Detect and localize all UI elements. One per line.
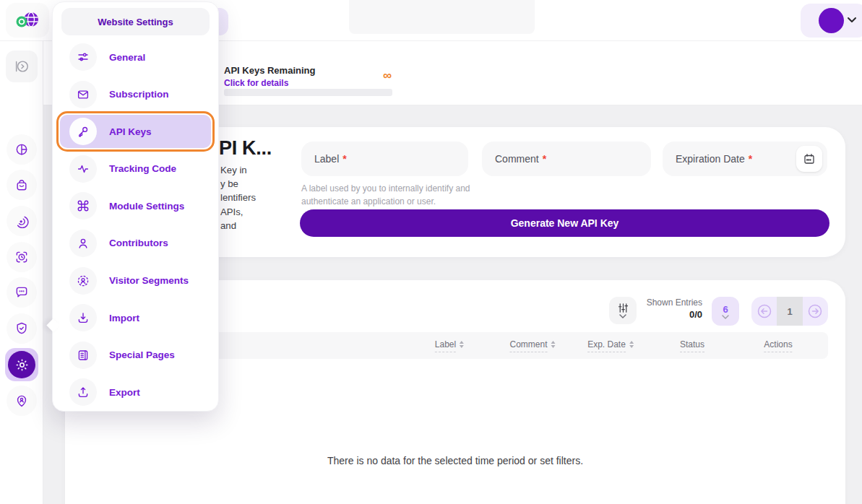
user-icon xyxy=(69,230,97,257)
activity-icon xyxy=(69,155,97,183)
card-description-partial: Key in y be lentifiers APIs, and xyxy=(220,163,256,233)
shown-entries: Shown Entries 0/0 xyxy=(640,297,702,320)
calendar-picker-button[interactable] xyxy=(796,146,822,172)
expiration-date-field[interactable]: Expiration Date * xyxy=(663,142,827,176)
calendar-icon xyxy=(803,152,816,165)
arrow-left-circle-icon xyxy=(757,303,772,319)
sidebar-item-visitors[interactable] xyxy=(7,386,37,416)
sidebar-item-privacy[interactable] xyxy=(7,313,37,344)
pagination: 1 xyxy=(751,297,828,326)
column-header-actions: Actions xyxy=(764,332,792,359)
menu-item-api-keys[interactable]: API Keys xyxy=(60,115,211,148)
gear-icon xyxy=(15,358,29,372)
upload-icon xyxy=(69,378,97,406)
sidebar-collapse-button[interactable] xyxy=(6,51,38,82)
twipla-logo-icon xyxy=(14,10,41,30)
app-window: API Keys Remaining Click for details ∞ P… xyxy=(0,0,862,504)
location-pin-person-icon xyxy=(14,394,29,408)
chevron-down-icon xyxy=(619,314,626,318)
empty-table-message: There is no data for the selected time p… xyxy=(65,455,845,466)
menu-item-subscription[interactable]: Subscription xyxy=(60,78,211,111)
column-header-exp-date[interactable]: Exp. Date xyxy=(587,332,634,359)
menu-list: General Subscription API Keys Tracking C… xyxy=(53,40,218,409)
column-header-comment[interactable]: Comment xyxy=(509,332,555,359)
column-header-label[interactable]: Label xyxy=(435,332,464,359)
sort-icon xyxy=(551,341,556,348)
shield-check-icon xyxy=(14,321,29,336)
sort-icon xyxy=(629,341,634,348)
page-size-select[interactable]: 6 xyxy=(712,297,739,326)
next-page-button[interactable] xyxy=(803,297,828,326)
download-icon xyxy=(69,304,97,331)
focus-clock-icon xyxy=(14,250,29,264)
website-settings-menu: Website Settings General Subscription AP… xyxy=(52,1,219,412)
previous-page-button[interactable] xyxy=(751,297,777,326)
quota-progress-bar xyxy=(224,89,392,96)
pie-chart-icon xyxy=(14,142,29,157)
sidebar-item-ecommerce[interactable] xyxy=(7,170,37,200)
infinity-value: ∞ xyxy=(383,69,392,83)
sort-icon xyxy=(460,341,464,348)
settings-active-circle xyxy=(8,351,35,378)
sliders-filter-icon xyxy=(617,303,629,313)
quota-title: API Keys Remaining xyxy=(224,65,315,76)
card-title-truncated: PI K... xyxy=(219,137,272,160)
column-header-status: Status xyxy=(680,332,704,359)
sidebar-item-sessions[interactable] xyxy=(7,242,37,272)
menu-item-special-pages[interactable]: Special Pages xyxy=(60,339,211,372)
menu-title: Website Settings xyxy=(61,8,210,35)
sidebar-item-feedback[interactable] xyxy=(7,277,37,308)
menu-item-module-settings[interactable]: Module Settings xyxy=(60,189,211,222)
table-filter-button[interactable] xyxy=(609,297,637,324)
chevron-down-icon xyxy=(722,315,729,319)
collapse-sidebar-icon xyxy=(14,58,30,74)
account-menu-button[interactable] xyxy=(801,4,862,38)
generate-api-key-button[interactable]: Generate New API Key xyxy=(300,209,829,237)
required-marker: * xyxy=(749,153,752,165)
radar-icon xyxy=(14,214,29,228)
logo-button[interactable] xyxy=(6,3,49,38)
chat-bubble-icon xyxy=(14,285,29,300)
current-page: 1 xyxy=(777,297,802,326)
quota-details-link[interactable]: Click for details xyxy=(224,78,288,88)
required-marker: * xyxy=(543,153,546,165)
menu-item-tracking-code[interactable]: Tracking Code xyxy=(60,152,211,186)
menu-item-contributors[interactable]: Contributors xyxy=(60,227,211,260)
command-icon xyxy=(69,192,97,220)
sidebar xyxy=(0,41,43,504)
sidebar-item-analytics[interactable] xyxy=(7,134,37,165)
label-helper-text: A label used by you to internally identi… xyxy=(301,182,485,208)
sidebar-item-settings[interactable] xyxy=(5,348,38,381)
user-segment-icon xyxy=(69,267,97,295)
shown-entries-value: 0/0 xyxy=(640,309,702,320)
user-avatar xyxy=(819,8,844,33)
key-icon xyxy=(69,118,97,145)
page-size-value: 6 xyxy=(723,304,728,315)
label-field[interactable]: Label * xyxy=(301,142,468,176)
menu-item-general[interactable]: General xyxy=(60,40,211,74)
menu-item-import[interactable]: Import xyxy=(60,301,211,334)
sliders-icon xyxy=(69,43,97,71)
arrow-right-circle-icon xyxy=(807,303,823,319)
comment-field[interactable]: Comment * xyxy=(482,142,651,176)
shopping-bag-icon xyxy=(14,178,29,192)
chevron-down-icon xyxy=(847,17,857,23)
shown-entries-label: Shown Entries xyxy=(640,297,702,308)
menu-item-export[interactable]: Export xyxy=(60,375,211,409)
required-marker: * xyxy=(342,153,346,165)
envelope-icon xyxy=(69,81,97,108)
menu-item-visitor-segments[interactable]: Visitor Segments xyxy=(60,264,211,297)
header-search-area[interactable] xyxy=(349,0,535,34)
sidebar-item-behavior[interactable] xyxy=(7,206,37,236)
pages-icon xyxy=(69,342,97,369)
